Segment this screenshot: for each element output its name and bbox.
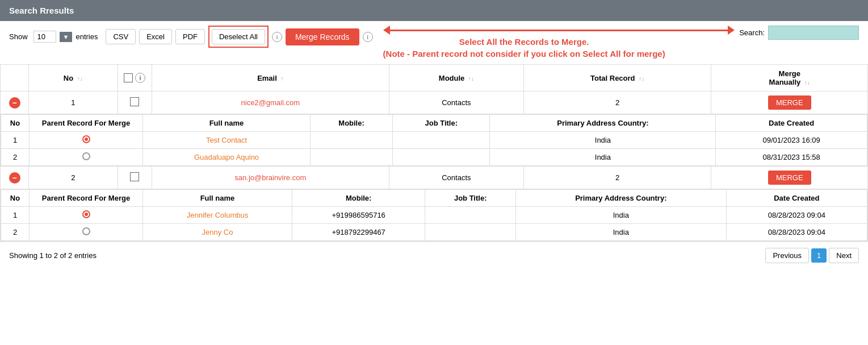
previous-button[interactable]: Previous	[765, 248, 809, 263]
row-email-link[interactable]: san.jo@brainvire.com	[234, 173, 306, 182]
deselect-wrapper: Deselect All	[208, 26, 269, 48]
merge-records-button[interactable]: Merge Records	[286, 28, 359, 45]
sub-th-fullname: Full name	[143, 190, 292, 207]
sub-row-parent	[30, 207, 143, 224]
page-header: Search Rresults	[0, 0, 868, 21]
sub-table-row: 1 Jennifer Columbus +919986595716 India …	[1, 207, 867, 224]
sub-th-mobile: Mobile:	[292, 190, 425, 207]
sub-row-job-title	[425, 207, 516, 224]
sub-th-no: No	[1, 115, 30, 132]
sub-table-row: 1 Test Contact India 09/01/2023 16:09	[1, 132, 867, 149]
sub-row-date-created: 09/01/2023 16:09	[716, 132, 867, 149]
sub-row-fullname: Test Contact	[143, 132, 311, 149]
entries-count-input[interactable]	[33, 31, 56, 43]
sub-table-header: No Parent Record For Merge Full name Mob…	[1, 115, 867, 132]
sub-th-mobile: Mobile:	[311, 115, 393, 132]
annotation-area: Select All the Records to Merge. (Note -…	[383, 26, 735, 60]
sub-row-country: India	[490, 132, 716, 149]
next-button[interactable]: Next	[829, 248, 859, 263]
sub-th-country: Primary Address Country:	[490, 115, 716, 132]
sub-row-no: 2	[1, 224, 30, 241]
th-no: No ↑↓	[29, 65, 118, 92]
sub-row-mobile	[311, 132, 393, 149]
show-label: Show	[9, 32, 28, 41]
row-total-record-cell: 2	[523, 167, 711, 189]
sub-table: No Parent Record For Merge Full name Mob…	[1, 189, 867, 241]
table-header-row: No ↑↓ i Email ↑ Module ↑↓ Total Record ↑…	[1, 65, 868, 92]
annotation-text: Select All the Records to Merge. (Note -…	[383, 36, 665, 60]
sub-row-fullname: Guadaluapo Aquino	[143, 149, 311, 166]
row-no-cell: 2	[29, 167, 118, 189]
sub-row-fullname: Jenny Co	[143, 224, 292, 241]
sub-th-job-title: Job Title:	[393, 115, 490, 132]
sub-row-mobile	[311, 149, 393, 166]
arrow-body	[390, 30, 728, 31]
annotation-line2: (Note - Parent record not consider if yo…	[383, 48, 665, 60]
sub-th-country: Primary Address Country:	[516, 190, 727, 207]
header-title: Search Rresults	[9, 6, 74, 15]
parent-radio-selected[interactable]	[82, 135, 90, 143]
sub-th-date-created: Date Created	[726, 190, 867, 207]
remove-icon[interactable]: −	[9, 172, 20, 184]
table-row: − 2 san.jo@brainvire.com Contacts 2 MERG…	[1, 167, 868, 189]
sub-th-parent: Parent Record For Merge	[30, 115, 143, 132]
sub-row-parent	[30, 132, 143, 149]
row-remove-cell: −	[1, 167, 29, 189]
sub-header-row: No Parent Record For Merge Full name Mob…	[1, 189, 868, 242]
excel-button[interactable]: Excel	[139, 29, 172, 44]
toolbar-left: Show ▼ entries CSV Excel PDF Deselect Al…	[9, 26, 373, 48]
sub-th-no: No	[1, 190, 30, 207]
merge-button[interactable]: MERGE	[768, 171, 811, 185]
select-all-checkbox[interactable]	[124, 73, 133, 82]
sub-th-parent: Parent Record For Merge	[30, 190, 143, 207]
fullname-link[interactable]: Jenny Co	[202, 228, 233, 236]
arrow-left	[383, 26, 390, 35]
deselect-all-button[interactable]: Deselect All	[212, 29, 265, 44]
sub-row-job-title	[425, 224, 516, 241]
deselect-info-icon[interactable]: i	[272, 32, 282, 42]
sub-row-job-title	[393, 132, 490, 149]
row-no-cell: 1	[29, 92, 118, 114]
search-area: Search:	[739, 26, 859, 40]
page-number[interactable]: 1	[811, 248, 827, 263]
parent-radio-selected[interactable]	[82, 210, 90, 218]
table-body: − 1 nice2@gmail.com Contacts 2 MERGE No …	[1, 92, 868, 242]
checkbox-info-icon[interactable]: i	[135, 73, 145, 83]
row-checkbox[interactable]	[130, 97, 139, 106]
sub-th-fullname: Full name	[143, 115, 311, 132]
th-checkbox: i	[118, 65, 152, 92]
row-merge-cell: MERGE	[711, 92, 868, 114]
sub-row-no: 1	[1, 207, 30, 224]
row-checkbox-cell	[118, 92, 152, 114]
row-email-link[interactable]: nice2@gmail.com	[241, 98, 300, 107]
fullname-link[interactable]: Guadaluapo Aquino	[194, 153, 259, 161]
sub-th-date-created: Date Created	[716, 115, 867, 132]
sub-row-country: India	[516, 224, 727, 241]
parent-radio-empty[interactable]	[82, 152, 90, 160]
csv-button[interactable]: CSV	[106, 29, 136, 44]
row-total-record-cell: 2	[523, 92, 711, 114]
entries-dropdown-button[interactable]: ▼	[60, 32, 73, 42]
sub-th-job-title: Job Title:	[425, 190, 516, 207]
row-remove-cell: −	[1, 92, 29, 114]
th-merge-manually: MergeManually ↑↓	[711, 65, 868, 92]
sub-row-date-created: 08/31/2023 15:58	[716, 149, 867, 166]
remove-icon[interactable]: −	[9, 97, 20, 109]
parent-radio-empty[interactable]	[82, 227, 90, 235]
pagination: Previous 1 Next	[765, 248, 859, 263]
row-checkbox[interactable]	[130, 172, 139, 181]
row-email-cell: san.jo@brainvire.com	[152, 167, 389, 189]
pdf-button[interactable]: PDF	[175, 29, 205, 44]
merge-button[interactable]: MERGE	[768, 95, 811, 110]
merge-info-icon[interactable]: i	[363, 32, 373, 42]
fullname-link[interactable]: Test Contact	[206, 136, 247, 144]
fullname-link[interactable]: Jennifer Columbus	[187, 211, 248, 219]
footer: Showing 1 to 2 of 2 entries Previous 1 N…	[0, 242, 868, 269]
sub-row-mobile: +919986595716	[292, 207, 425, 224]
search-input[interactable]	[768, 26, 859, 40]
row-email-cell: nice2@gmail.com	[152, 92, 389, 114]
sub-row-country: India	[516, 207, 727, 224]
sub-row-parent	[30, 224, 143, 241]
row-module-cell: Contacts	[389, 167, 524, 189]
th-email: Email ↑	[152, 65, 389, 92]
